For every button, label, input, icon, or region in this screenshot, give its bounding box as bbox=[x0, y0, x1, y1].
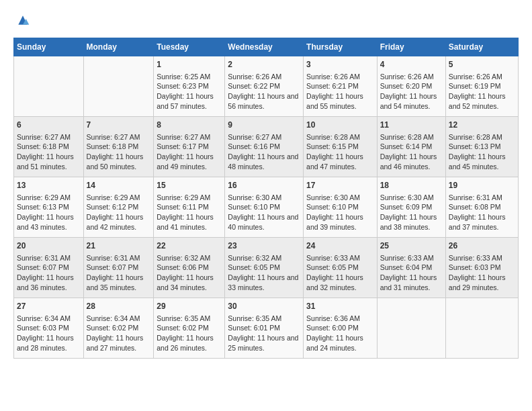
day-header-wednesday: Wednesday bbox=[225, 38, 304, 56]
calendar-cell: 29Sunrise: 6:35 AMSunset: 6:02 PMDayligh… bbox=[154, 298, 225, 359]
day-number: 6 bbox=[17, 120, 81, 131]
cell-info: Sunrise: 6:31 AMSunset: 6:08 PMDaylight:… bbox=[449, 193, 515, 232]
week-row-2: 6Sunrise: 6:27 AMSunset: 6:18 PMDaylight… bbox=[14, 117, 519, 177]
calendar-cell: 4Sunrise: 6:26 AMSunset: 6:20 PMDaylight… bbox=[377, 56, 445, 117]
calendar-cell: 16Sunrise: 6:30 AMSunset: 6:10 PMDayligh… bbox=[225, 177, 304, 238]
calendar-cell: 18Sunrise: 6:30 AMSunset: 6:09 PMDayligh… bbox=[377, 177, 445, 238]
calendar-cell: 20Sunrise: 6:31 AMSunset: 6:07 PMDayligh… bbox=[14, 238, 84, 298]
cell-info: Sunrise: 6:31 AMSunset: 6:07 PMDaylight:… bbox=[87, 253, 151, 293]
day-header-friday: Friday bbox=[377, 38, 445, 56]
day-number: 29 bbox=[157, 301, 222, 312]
day-number: 26 bbox=[449, 240, 515, 252]
day-number: 21 bbox=[87, 240, 151, 252]
calendar-cell: 1Sunrise: 6:25 AMSunset: 6:23 PMDaylight… bbox=[154, 56, 225, 117]
calendar-cell: 9Sunrise: 6:27 AMSunset: 6:16 PMDaylight… bbox=[225, 117, 304, 177]
day-number: 31 bbox=[306, 301, 374, 312]
day-number: 18 bbox=[380, 180, 443, 191]
day-number: 4 bbox=[380, 59, 443, 71]
cell-info: Sunrise: 6:34 AMSunset: 6:03 PMDaylight:… bbox=[17, 314, 81, 353]
cell-info: Sunrise: 6:28 AMSunset: 6:14 PMDaylight:… bbox=[380, 132, 443, 172]
cell-info: Sunrise: 6:33 AMSunset: 6:03 PMDaylight:… bbox=[449, 253, 515, 293]
calendar-cell: 11Sunrise: 6:28 AMSunset: 6:14 PMDayligh… bbox=[377, 117, 445, 177]
cell-info: Sunrise: 6:29 AMSunset: 6:13 PMDaylight:… bbox=[17, 193, 81, 232]
calendar-cell: 12Sunrise: 6:28 AMSunset: 6:13 PMDayligh… bbox=[445, 117, 518, 177]
cell-info: Sunrise: 6:27 AMSunset: 6:16 PMDaylight:… bbox=[228, 132, 300, 172]
day-number: 24 bbox=[306, 240, 374, 252]
week-row-5: 27Sunrise: 6:34 AMSunset: 6:03 PMDayligh… bbox=[14, 298, 519, 359]
cell-info: Sunrise: 6:35 AMSunset: 6:02 PMDaylight:… bbox=[157, 314, 222, 353]
cell-info: Sunrise: 6:33 AMSunset: 6:04 PMDaylight:… bbox=[380, 253, 443, 293]
cell-info: Sunrise: 6:34 AMSunset: 6:02 PMDaylight:… bbox=[87, 314, 151, 353]
cell-info: Sunrise: 6:31 AMSunset: 6:07 PMDaylight:… bbox=[17, 253, 81, 293]
day-header-monday: Monday bbox=[83, 38, 154, 56]
cell-info: Sunrise: 6:26 AMSunset: 6:19 PMDaylight:… bbox=[449, 72, 515, 111]
calendar-cell bbox=[377, 298, 445, 359]
day-header-tuesday: Tuesday bbox=[154, 38, 225, 56]
header-row: SundayMondayTuesdayWednesdayThursdayFrid… bbox=[14, 38, 519, 56]
day-header-thursday: Thursday bbox=[304, 38, 378, 56]
cell-info: Sunrise: 6:27 AMSunset: 6:17 PMDaylight:… bbox=[157, 132, 222, 172]
cell-info: Sunrise: 6:29 AMSunset: 6:12 PMDaylight:… bbox=[87, 193, 151, 232]
calendar-cell bbox=[83, 56, 154, 117]
week-row-3: 13Sunrise: 6:29 AMSunset: 6:13 PMDayligh… bbox=[14, 177, 519, 238]
cell-info: Sunrise: 6:25 AMSunset: 6:23 PMDaylight:… bbox=[157, 72, 222, 111]
calendar-cell: 14Sunrise: 6:29 AMSunset: 6:12 PMDayligh… bbox=[83, 177, 154, 238]
calendar-cell: 10Sunrise: 6:28 AMSunset: 6:15 PMDayligh… bbox=[304, 117, 378, 177]
day-number: 3 bbox=[306, 59, 374, 71]
calendar-cell: 24Sunrise: 6:33 AMSunset: 6:05 PMDayligh… bbox=[304, 238, 378, 298]
day-number: 11 bbox=[380, 120, 443, 131]
day-header-saturday: Saturday bbox=[445, 38, 518, 56]
day-number: 28 bbox=[87, 301, 151, 312]
calendar-cell: 19Sunrise: 6:31 AMSunset: 6:08 PMDayligh… bbox=[445, 177, 518, 238]
cell-info: Sunrise: 6:30 AMSunset: 6:10 PMDaylight:… bbox=[306, 193, 374, 232]
cell-info: Sunrise: 6:26 AMSunset: 6:21 PMDaylight:… bbox=[306, 72, 374, 111]
calendar-cell: 15Sunrise: 6:29 AMSunset: 6:11 PMDayligh… bbox=[154, 177, 225, 238]
cell-info: Sunrise: 6:35 AMSunset: 6:01 PMDaylight:… bbox=[228, 314, 300, 353]
week-row-1: 1Sunrise: 6:25 AMSunset: 6:23 PMDaylight… bbox=[14, 56, 519, 117]
calendar-cell: 5Sunrise: 6:26 AMSunset: 6:19 PMDaylight… bbox=[445, 56, 518, 117]
calendar-table: SundayMondayTuesdayWednesdayThursdayFrid… bbox=[13, 38, 519, 359]
cell-info: Sunrise: 6:27 AMSunset: 6:18 PMDaylight:… bbox=[17, 132, 81, 172]
day-number: 2 bbox=[228, 59, 300, 71]
calendar-cell: 21Sunrise: 6:31 AMSunset: 6:07 PMDayligh… bbox=[83, 238, 154, 298]
cell-info: Sunrise: 6:32 AMSunset: 6:05 PMDaylight:… bbox=[228, 253, 300, 293]
day-number: 15 bbox=[157, 180, 222, 191]
day-number: 1 bbox=[157, 59, 222, 71]
cell-info: Sunrise: 6:33 AMSunset: 6:05 PMDaylight:… bbox=[306, 253, 374, 293]
day-number: 9 bbox=[228, 120, 300, 131]
day-number: 30 bbox=[228, 301, 300, 312]
cell-info: Sunrise: 6:27 AMSunset: 6:18 PMDaylight:… bbox=[87, 132, 151, 172]
day-number: 22 bbox=[157, 240, 222, 252]
cell-info: Sunrise: 6:26 AMSunset: 6:22 PMDaylight:… bbox=[228, 72, 300, 111]
day-number: 20 bbox=[17, 240, 81, 252]
cell-info: Sunrise: 6:30 AMSunset: 6:09 PMDaylight:… bbox=[380, 193, 443, 232]
day-number: 27 bbox=[17, 301, 81, 312]
logo-icon bbox=[16, 13, 30, 27]
cell-info: Sunrise: 6:29 AMSunset: 6:11 PMDaylight:… bbox=[157, 193, 222, 232]
logo bbox=[13, 13, 30, 27]
day-number: 17 bbox=[306, 180, 374, 191]
day-number: 25 bbox=[380, 240, 443, 252]
cell-info: Sunrise: 6:28 AMSunset: 6:13 PMDaylight:… bbox=[449, 132, 515, 172]
day-number: 16 bbox=[228, 180, 300, 191]
calendar-cell: 22Sunrise: 6:32 AMSunset: 6:06 PMDayligh… bbox=[154, 238, 225, 298]
cell-info: Sunrise: 6:26 AMSunset: 6:20 PMDaylight:… bbox=[380, 72, 443, 111]
day-header-sunday: Sunday bbox=[14, 38, 84, 56]
calendar-cell: 28Sunrise: 6:34 AMSunset: 6:02 PMDayligh… bbox=[83, 298, 154, 359]
day-number: 19 bbox=[449, 180, 515, 191]
calendar-cell: 3Sunrise: 6:26 AMSunset: 6:21 PMDaylight… bbox=[304, 56, 378, 117]
day-number: 13 bbox=[17, 180, 81, 191]
day-number: 12 bbox=[449, 120, 515, 131]
cell-info: Sunrise: 6:30 AMSunset: 6:10 PMDaylight:… bbox=[228, 193, 300, 232]
calendar-cell: 25Sunrise: 6:33 AMSunset: 6:04 PMDayligh… bbox=[377, 238, 445, 298]
calendar-cell bbox=[14, 56, 84, 117]
calendar-cell: 27Sunrise: 6:34 AMSunset: 6:03 PMDayligh… bbox=[14, 298, 84, 359]
calendar-cell: 6Sunrise: 6:27 AMSunset: 6:18 PMDaylight… bbox=[14, 117, 84, 177]
day-number: 8 bbox=[157, 120, 222, 131]
day-number: 23 bbox=[228, 240, 300, 252]
calendar-cell: 8Sunrise: 6:27 AMSunset: 6:17 PMDaylight… bbox=[154, 117, 225, 177]
calendar-cell: 2Sunrise: 6:26 AMSunset: 6:22 PMDaylight… bbox=[225, 56, 304, 117]
cell-info: Sunrise: 6:32 AMSunset: 6:06 PMDaylight:… bbox=[157, 253, 222, 293]
cell-info: Sunrise: 6:28 AMSunset: 6:15 PMDaylight:… bbox=[306, 132, 374, 172]
calendar-cell: 26Sunrise: 6:33 AMSunset: 6:03 PMDayligh… bbox=[445, 238, 518, 298]
